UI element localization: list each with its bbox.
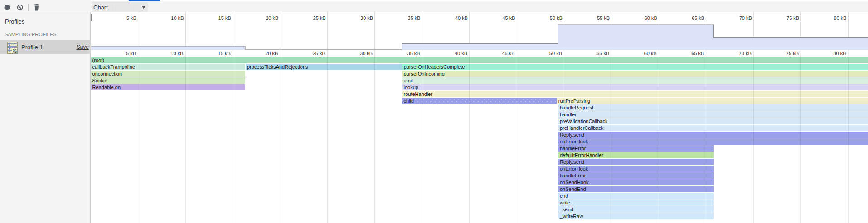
svg-text:%: %	[13, 49, 17, 54]
